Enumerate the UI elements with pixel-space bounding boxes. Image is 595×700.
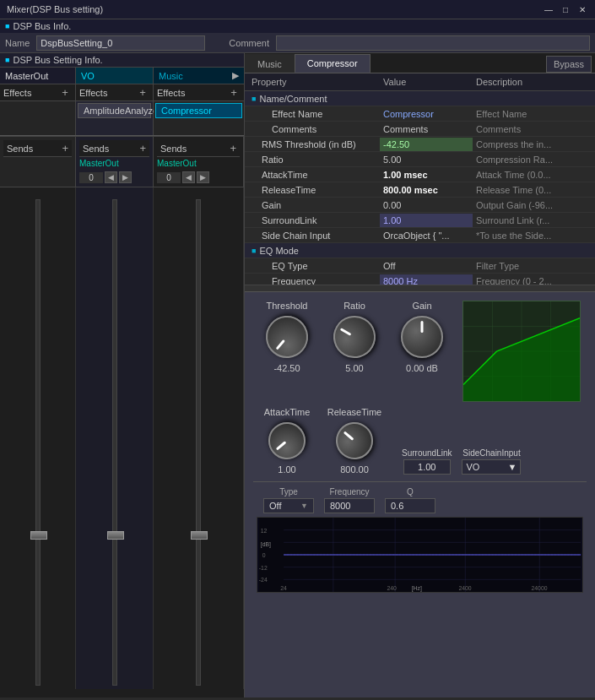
comment-input[interactable]: [276, 35, 590, 51]
prop-rms-label: RMS Threshold (in dB): [245, 138, 380, 151]
eq-frequency-label: Frequency: [329, 487, 369, 497]
release-value: 800.00: [340, 464, 369, 475]
music-fader-thumb[interactable]: [191, 531, 208, 540]
vo-fader-thumb[interactable]: [107, 531, 124, 540]
ratio-value: 5.00: [345, 363, 363, 373]
prop-comments[interactable]: Comments Comments Comments: [245, 122, 595, 137]
eq-frequency-value[interactable]: 8000: [324, 498, 375, 513]
music-send-arrow-left[interactable]: ◀: [182, 171, 195, 183]
vo-sends-header: Sends + MasterOut 0 ◀ ▶: [76, 137, 154, 187]
eq-controls-row: Type Off ▼ Frequency 8000 Q: [253, 487, 587, 513]
ratio-knob[interactable]: [326, 308, 383, 366]
prop-frequency-value: 8000 Hz: [380, 274, 473, 285]
name-input[interactable]: [36, 35, 205, 51]
side-chain-select[interactable]: VO ▼: [462, 459, 521, 475]
prop-rms-threshold[interactable]: RMS Threshold (in dB) -42.50 Compress th…: [245, 137, 595, 152]
threshold-value: -42.50: [273, 363, 300, 373]
vo-send-value[interactable]: 0: [79, 172, 103, 183]
music-expand-icon: ▶: [232, 70, 239, 81]
prop-effect-name-desc: Effect Name: [473, 107, 595, 121]
plugin-area: Threshold -42.50 Ratio 5.00 Gain 0.00 dB: [245, 291, 595, 697]
prop-frequency-desc: Frequency (0 - 2...: [473, 274, 595, 285]
prop-gain-desc: Output Gain (-96...: [473, 198, 595, 212]
prop-eq-type[interactable]: EQ Type Off Filter Type: [245, 258, 595, 274]
prop-sidechain-desc: *To use the Side...: [473, 229, 595, 242]
prop-sidechain-value: OrcaObject { "...: [380, 229, 473, 242]
prop-ratio-label: Ratio: [245, 153, 380, 166]
eq-type-value[interactable]: Off ▼: [263, 498, 314, 513]
minimize-button[interactable]: —: [543, 3, 554, 15]
music-fader: [154, 187, 244, 689]
masterout-add-send-button[interactable]: +: [62, 142, 68, 155]
maximize-button[interactable]: □: [560, 3, 571, 15]
prop-release-desc: Release Time (0...: [473, 183, 595, 197]
prop-table-scrollbar[interactable]: [245, 285, 595, 291]
threshold-knob[interactable]: [257, 307, 316, 366]
masterout-fader-track[interactable]: [35, 199, 41, 686]
music-add-effect-button[interactable]: +: [227, 86, 241, 100]
vo-send-arrow-right[interactable]: ▶: [119, 171, 132, 183]
faders-area: [0, 187, 244, 697]
eq-q-value[interactable]: 0.6: [385, 498, 435, 513]
title-bar: Mixer(DSP Bus setting) — □ ✕: [0, 0, 595, 19]
prop-comments-desc: Comments: [473, 122, 595, 136]
prop-gain[interactable]: Gain 0.00 Output Gain (-96...: [245, 198, 595, 213]
music-effects-header: Effects +: [154, 84, 244, 101]
prop-release-label: ReleaseTime: [245, 183, 380, 197]
sends-headers-row: Sends + Sends + MasterOut 0 ◀ ▶: [0, 137, 244, 187]
masterout-add-effect-button[interactable]: +: [58, 86, 72, 100]
prop-release-time[interactable]: ReleaseTime 800.00 msec Release Time (0.…: [245, 182, 595, 198]
music-send-value[interactable]: 0: [157, 172, 181, 183]
music-add-send-button[interactable]: +: [230, 142, 236, 155]
bypass-button[interactable]: Bypass: [546, 56, 592, 73]
window-controls[interactable]: — □ ✕: [543, 3, 588, 15]
svg-text:24000: 24000: [532, 585, 548, 591]
ratio-label: Ratio: [343, 301, 365, 311]
section-eqmode: ■ EQ Mode: [245, 243, 595, 258]
prop-effect-name[interactable]: Effect Name Compressor Effect Name: [245, 106, 595, 122]
gain-knob-group: Gain 0.00 dB: [388, 301, 456, 373]
prop-comments-label: Comments: [245, 122, 380, 136]
prop-sidechain-input[interactable]: Side Chain Input OrcaObject { "... *To u…: [245, 228, 595, 243]
channel-music: Music ▶ Effects + Compressor: [154, 68, 244, 135]
side-chain-input-group: SideChainInput VO ▼: [462, 448, 521, 475]
prop-surround-link[interactable]: SurroundLink 1.00 Surround Link (r...: [245, 213, 595, 228]
vo-add-send-button[interactable]: +: [139, 142, 146, 155]
compressor-graph: [462, 301, 581, 402]
eq-frequency-ctrl: Frequency 8000: [324, 487, 375, 513]
eq-section: Type Off ▼ Frequency 8000 Q: [253, 481, 587, 593]
prop-ratio[interactable]: Ratio 5.00 Compression Ra...: [245, 152, 595, 167]
vo-send-arrow-left[interactable]: ◀: [105, 171, 117, 183]
prop-rms-desc: Compress the in...: [473, 138, 595, 151]
release-knob[interactable]: [328, 415, 381, 467]
surround-link-value[interactable]: 1.00: [403, 459, 451, 475]
vo-effect-amplitudeanalyzer[interactable]: AmplitudeAnalyzer: [78, 103, 151, 118]
prop-attack-time[interactable]: AttackTime 1.00 msec Attack Time (0.0...: [245, 167, 595, 182]
gain-knob[interactable]: [401, 316, 443, 358]
tab-compressor[interactable]: Compressor: [295, 54, 371, 73]
attack-knob[interactable]: [261, 415, 313, 467]
vo-fader-track[interactable]: [112, 199, 117, 686]
music-fader-track[interactable]: [196, 199, 201, 686]
attack-label: AttackTime: [264, 407, 311, 417]
side-chain-arrow-icon: ▼: [508, 462, 517, 472]
bullet-icon: ■: [5, 22, 9, 30]
prop-header-value: Value: [380, 75, 473, 89]
masterout-fader-thumb[interactable]: [30, 531, 47, 540]
vo-add-effect-button[interactable]: +: [136, 86, 149, 100]
attack-value: 1.00: [278, 464, 295, 475]
prop-frequency[interactable]: Frequency 8000 Hz Frequency (0 - 2...: [245, 274, 595, 285]
tab-music[interactable]: Music: [245, 54, 295, 73]
music-send-arrow-right[interactable]: ▶: [197, 171, 209, 183]
section-namecomment-label: ■ Name/Comment: [245, 92, 380, 106]
ratio-knob-group: Ratio 5.00: [321, 301, 388, 373]
prop-eq-type-desc: Filter Type: [473, 259, 595, 273]
section-eqmode-label: ■ EQ Mode: [245, 244, 380, 258]
music-effect-compressor[interactable]: Compressor: [155, 103, 242, 118]
prop-attack-desc: Attack Time (0.0...: [473, 168, 595, 182]
vo-name: VO: [76, 68, 153, 84]
channels-row: MasterOut Effects + VO Effects + Ampl: [0, 68, 244, 136]
close-button[interactable]: ✕: [576, 3, 588, 15]
prop-header-desc: Description: [473, 75, 595, 89]
prop-eq-type-label: EQ Type: [245, 259, 380, 273]
